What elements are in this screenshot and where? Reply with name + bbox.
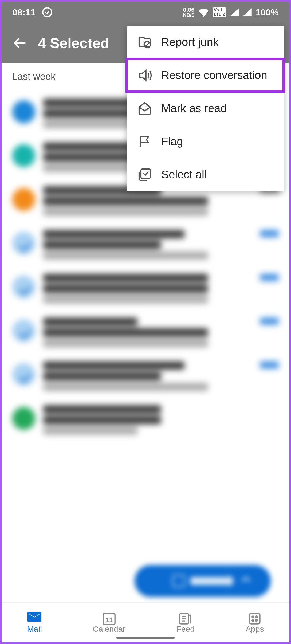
mail-item[interactable] bbox=[12, 268, 279, 312]
menu-label: Flag bbox=[161, 135, 183, 148]
nav-label: Calendar bbox=[93, 625, 125, 634]
select-all-icon bbox=[137, 167, 152, 182]
menu-label: Select all bbox=[161, 168, 207, 181]
wifi-icon bbox=[198, 8, 209, 17]
status-bar: 08:11 0.06 KB/S Vo 1LTE 2 100% bbox=[2, 2, 289, 23]
folder-block-icon bbox=[137, 35, 152, 50]
calendar-icon: 11 bbox=[102, 612, 116, 622]
svg-rect-10 bbox=[141, 169, 150, 178]
mail-item[interactable] bbox=[12, 224, 279, 268]
menu-label: Restore conversation bbox=[161, 69, 267, 82]
avatar-selected bbox=[12, 319, 35, 342]
nav-mail[interactable]: Mail bbox=[27, 612, 42, 634]
lte-badge: Vo 1LTE 2 bbox=[213, 7, 226, 17]
avatar bbox=[12, 144, 35, 167]
context-menu: Report junk Restore conversation Mark as… bbox=[127, 26, 284, 191]
avatar bbox=[12, 188, 35, 211]
mail-open-icon bbox=[137, 101, 152, 116]
check-circle-icon bbox=[42, 7, 53, 18]
nav-calendar[interactable]: 11 Calendar bbox=[93, 612, 125, 634]
mail-item[interactable] bbox=[12, 356, 279, 399]
nav-apps[interactable]: Apps bbox=[246, 612, 264, 634]
svg-rect-4 bbox=[250, 613, 260, 624]
compose-fab[interactable] bbox=[135, 565, 271, 597]
sound-icon bbox=[137, 68, 152, 83]
data-speed: 0.06 KB/S bbox=[183, 7, 195, 18]
status-time: 08:11 bbox=[12, 7, 36, 18]
avatar-selected bbox=[12, 232, 35, 255]
menu-label: Report junk bbox=[161, 36, 219, 49]
svg-point-7 bbox=[252, 619, 254, 621]
avatar-selected bbox=[12, 276, 35, 299]
svg-point-6 bbox=[255, 616, 257, 618]
menu-select-all[interactable]: Select all bbox=[127, 158, 284, 191]
mail-icon bbox=[27, 612, 41, 622]
flag-icon bbox=[137, 134, 152, 149]
signal-icon bbox=[230, 8, 239, 16]
back-button[interactable] bbox=[12, 36, 27, 50]
nav-feed[interactable]: Feed bbox=[176, 612, 195, 634]
menu-mark-as-read[interactable]: Mark as read bbox=[127, 92, 284, 125]
mail-item[interactable] bbox=[12, 399, 279, 443]
menu-label: Mark as read bbox=[161, 102, 227, 115]
nav-label: Mail bbox=[27, 625, 42, 634]
menu-restore-conversation[interactable]: Restore conversation bbox=[127, 59, 284, 92]
menu-report-junk[interactable]: Report junk bbox=[127, 26, 284, 59]
bottom-nav: Mail 11 Calendar Feed Apps bbox=[2, 602, 289, 642]
app-bar-title: 4 Selected bbox=[38, 35, 109, 51]
battery-pct: 100% bbox=[255, 7, 279, 18]
avatar bbox=[12, 100, 35, 123]
svg-point-5 bbox=[252, 616, 254, 618]
avatar bbox=[12, 407, 35, 430]
mail-item[interactable] bbox=[12, 312, 279, 356]
svg-point-8 bbox=[255, 619, 257, 621]
menu-flag[interactable]: Flag bbox=[127, 125, 284, 158]
nav-label: Apps bbox=[246, 625, 264, 634]
apps-icon bbox=[248, 612, 262, 622]
svg-text:11: 11 bbox=[105, 616, 113, 623]
feed-icon bbox=[179, 612, 192, 622]
home-indicator[interactable] bbox=[116, 637, 175, 639]
signal-icon-2 bbox=[243, 8, 252, 16]
fab-label bbox=[190, 577, 233, 585]
nav-label: Feed bbox=[176, 625, 195, 634]
phone-frame: 08:11 0.06 KB/S Vo 1LTE 2 100% bbox=[2, 2, 289, 642]
avatar-selected bbox=[12, 363, 35, 386]
